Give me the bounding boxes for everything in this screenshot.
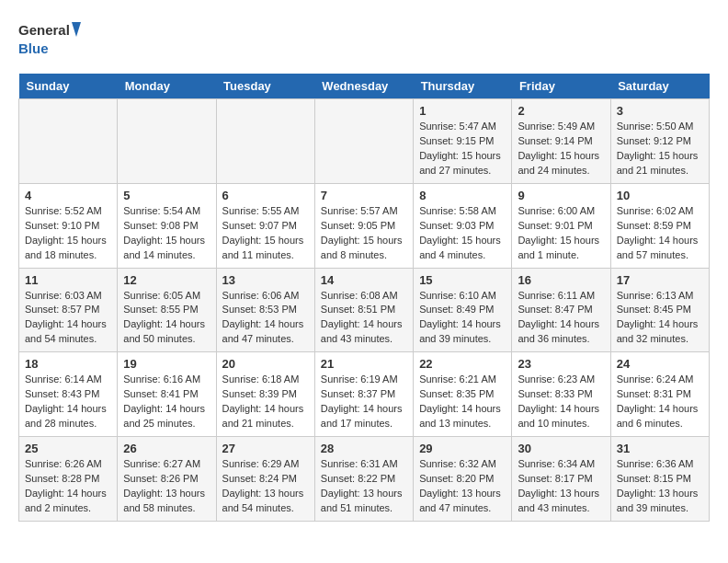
- day-number: 28: [321, 442, 407, 455]
- day-info: Sunrise: 6:34 AM Sunset: 8:17 PM Dayligh…: [518, 457, 604, 516]
- day-info: Sunrise: 6:13 AM Sunset: 8:45 PM Dayligh…: [617, 289, 703, 348]
- calendar-cell: 6Sunrise: 5:55 AM Sunset: 9:07 PM Daylig…: [216, 183, 314, 268]
- day-number: 30: [518, 442, 604, 455]
- day-number: 18: [25, 357, 111, 371]
- weekday-header-row: SundayMondayTuesdayWednesdayThursdayFrid…: [19, 74, 710, 99]
- day-info: Sunrise: 5:49 AM Sunset: 9:14 PM Dayligh…: [518, 120, 604, 178]
- day-info: Sunrise: 5:47 AM Sunset: 9:15 PM Dayligh…: [419, 120, 506, 178]
- day-number: 31: [617, 442, 703, 455]
- calendar-cell: 14Sunrise: 6:08 AM Sunset: 8:51 PM Dayli…: [314, 268, 413, 352]
- day-number: 11: [25, 273, 111, 287]
- calendar-cell: 11Sunrise: 6:03 AM Sunset: 8:57 PM Dayli…: [19, 268, 118, 352]
- day-info: Sunrise: 6:03 AM Sunset: 8:57 PM Dayligh…: [25, 289, 111, 348]
- calendar-cell: 1Sunrise: 5:47 AM Sunset: 9:15 PM Daylig…: [414, 99, 512, 184]
- day-info: Sunrise: 6:19 AM Sunset: 8:37 PM Dayligh…: [321, 373, 407, 431]
- day-number: 3: [617, 104, 703, 118]
- day-info: Sunrise: 6:14 AM Sunset: 8:43 PM Dayligh…: [25, 373, 111, 431]
- day-number: 22: [419, 357, 506, 371]
- day-number: 6: [222, 189, 309, 202]
- calendar-cell: 3Sunrise: 5:50 AM Sunset: 9:12 PM Daylig…: [610, 99, 709, 184]
- calendar-cell: 13Sunrise: 6:06 AM Sunset: 8:53 PM Dayli…: [216, 268, 314, 352]
- day-number: 13: [222, 273, 309, 287]
- day-info: Sunrise: 6:08 AM Sunset: 8:51 PM Dayligh…: [321, 289, 407, 348]
- calendar-week-row: 1Sunrise: 5:47 AM Sunset: 9:15 PM Daylig…: [19, 99, 710, 184]
- day-number: 4: [25, 189, 111, 202]
- calendar-week-row: 25Sunrise: 6:26 AM Sunset: 8:28 PM Dayli…: [19, 437, 710, 522]
- day-info: Sunrise: 6:21 AM Sunset: 8:35 PM Dayligh…: [419, 373, 506, 431]
- day-info: Sunrise: 6:26 AM Sunset: 8:28 PM Dayligh…: [25, 457, 111, 516]
- weekday-header-wednesday: Wednesday: [314, 74, 413, 99]
- day-info: Sunrise: 6:02 AM Sunset: 8:59 PM Dayligh…: [617, 204, 703, 263]
- weekday-header-friday: Friday: [512, 74, 610, 99]
- calendar-cell: 17Sunrise: 6:13 AM Sunset: 8:45 PM Dayli…: [610, 268, 709, 352]
- day-number: 23: [518, 357, 604, 371]
- day-number: 8: [419, 189, 506, 202]
- day-info: Sunrise: 6:23 AM Sunset: 8:33 PM Dayligh…: [518, 373, 604, 431]
- calendar-cell: 7Sunrise: 5:57 AM Sunset: 9:05 PM Daylig…: [314, 183, 413, 268]
- day-info: Sunrise: 6:16 AM Sunset: 8:41 PM Dayligh…: [123, 373, 210, 431]
- day-info: Sunrise: 6:27 AM Sunset: 8:26 PM Dayligh…: [123, 457, 210, 516]
- weekday-header-saturday: Saturday: [610, 74, 709, 99]
- day-info: Sunrise: 6:36 AM Sunset: 8:15 PM Dayligh…: [617, 457, 703, 516]
- calendar-table: SundayMondayTuesdayWednesdayThursdayFrid…: [18, 74, 710, 522]
- day-info: Sunrise: 6:05 AM Sunset: 8:55 PM Dayligh…: [123, 289, 210, 348]
- day-info: Sunrise: 6:10 AM Sunset: 8:49 PM Dayligh…: [419, 289, 506, 348]
- day-info: Sunrise: 6:11 AM Sunset: 8:47 PM Dayligh…: [518, 289, 604, 348]
- day-info: Sunrise: 5:55 AM Sunset: 9:07 PM Dayligh…: [222, 204, 309, 263]
- svg-text:General: General: [18, 22, 70, 38]
- day-number: 1: [419, 104, 506, 118]
- day-number: 26: [123, 442, 210, 455]
- calendar-cell: 24Sunrise: 6:24 AM Sunset: 8:31 PM Dayli…: [610, 352, 709, 437]
- calendar-cell: 22Sunrise: 6:21 AM Sunset: 8:35 PM Dayli…: [414, 352, 512, 437]
- calendar-cell: [118, 99, 216, 184]
- calendar-cell: 5Sunrise: 5:54 AM Sunset: 9:08 PM Daylig…: [118, 183, 216, 268]
- day-number: 10: [617, 189, 703, 202]
- day-info: Sunrise: 6:24 AM Sunset: 8:31 PM Dayligh…: [617, 373, 703, 431]
- calendar-cell: [216, 99, 314, 184]
- day-info: Sunrise: 6:18 AM Sunset: 8:39 PM Dayligh…: [222, 373, 309, 431]
- calendar-cell: 27Sunrise: 6:29 AM Sunset: 8:24 PM Dayli…: [216, 437, 314, 522]
- calendar-cell: 10Sunrise: 6:02 AM Sunset: 8:59 PM Dayli…: [610, 183, 709, 268]
- calendar-cell: 4Sunrise: 5:52 AM Sunset: 9:10 PM Daylig…: [19, 183, 118, 268]
- day-info: Sunrise: 5:58 AM Sunset: 9:03 PM Dayligh…: [419, 204, 506, 263]
- calendar-cell: 26Sunrise: 6:27 AM Sunset: 8:26 PM Dayli…: [118, 437, 216, 522]
- calendar-cell: 18Sunrise: 6:14 AM Sunset: 8:43 PM Dayli…: [19, 352, 118, 437]
- calendar-cell: [19, 99, 118, 184]
- day-number: 12: [123, 273, 210, 287]
- day-number: 15: [419, 273, 506, 287]
- logo: GeneralBlue: [18, 18, 83, 59]
- logo-icon: GeneralBlue: [18, 18, 83, 59]
- day-number: 29: [419, 442, 506, 455]
- calendar-week-row: 18Sunrise: 6:14 AM Sunset: 8:43 PM Dayli…: [19, 352, 710, 437]
- calendar-cell: 20Sunrise: 6:18 AM Sunset: 8:39 PM Dayli…: [216, 352, 314, 437]
- svg-marker-2: [72, 22, 81, 37]
- day-number: 20: [222, 357, 309, 371]
- day-number: 16: [518, 273, 604, 287]
- day-info: Sunrise: 5:57 AM Sunset: 9:05 PM Dayligh…: [321, 204, 407, 263]
- calendar-cell: 12Sunrise: 6:05 AM Sunset: 8:55 PM Dayli…: [118, 268, 216, 352]
- day-number: 19: [123, 357, 210, 371]
- calendar-cell: 15Sunrise: 6:10 AM Sunset: 8:49 PM Dayli…: [414, 268, 512, 352]
- calendar-cell: 21Sunrise: 6:19 AM Sunset: 8:37 PM Dayli…: [314, 352, 413, 437]
- calendar-cell: 25Sunrise: 6:26 AM Sunset: 8:28 PM Dayli…: [19, 437, 118, 522]
- day-info: Sunrise: 6:29 AM Sunset: 8:24 PM Dayligh…: [222, 457, 309, 516]
- calendar-cell: 23Sunrise: 6:23 AM Sunset: 8:33 PM Dayli…: [512, 352, 610, 437]
- day-number: 14: [321, 273, 407, 287]
- day-info: Sunrise: 6:32 AM Sunset: 8:20 PM Dayligh…: [419, 457, 506, 516]
- day-info: Sunrise: 5:52 AM Sunset: 9:10 PM Dayligh…: [25, 204, 111, 263]
- day-info: Sunrise: 5:50 AM Sunset: 9:12 PM Dayligh…: [617, 120, 703, 178]
- calendar-week-row: 4Sunrise: 5:52 AM Sunset: 9:10 PM Daylig…: [19, 183, 710, 268]
- svg-text:Blue: Blue: [18, 40, 49, 56]
- calendar-cell: 8Sunrise: 5:58 AM Sunset: 9:03 PM Daylig…: [414, 183, 512, 268]
- day-info: Sunrise: 6:00 AM Sunset: 9:01 PM Dayligh…: [518, 204, 604, 263]
- day-number: 25: [25, 442, 111, 455]
- calendar-week-row: 11Sunrise: 6:03 AM Sunset: 8:57 PM Dayli…: [19, 268, 710, 352]
- calendar-cell: 28Sunrise: 6:31 AM Sunset: 8:22 PM Dayli…: [314, 437, 413, 522]
- calendar-cell: 19Sunrise: 6:16 AM Sunset: 8:41 PM Dayli…: [118, 352, 216, 437]
- calendar-cell: [314, 99, 413, 184]
- day-number: 7: [321, 189, 407, 202]
- day-info: Sunrise: 6:06 AM Sunset: 8:53 PM Dayligh…: [222, 289, 309, 348]
- weekday-header-monday: Monday: [118, 74, 216, 99]
- day-number: 5: [123, 189, 210, 202]
- weekday-header-tuesday: Tuesday: [216, 74, 314, 99]
